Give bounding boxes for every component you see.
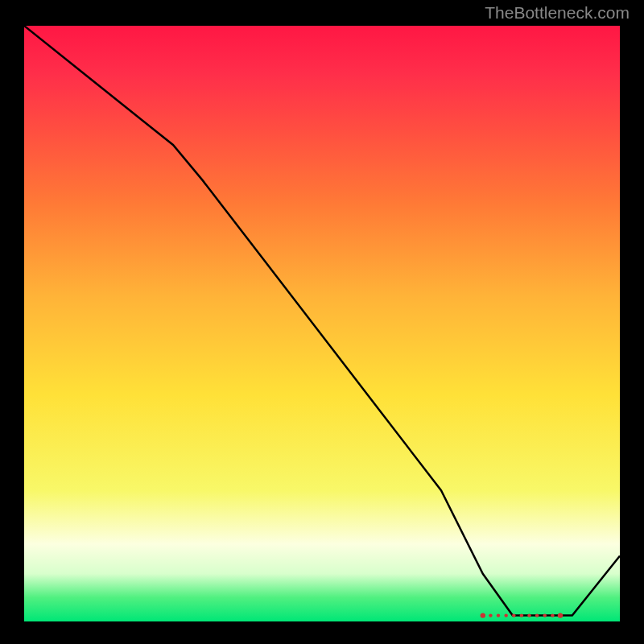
- marker-dot: [527, 613, 530, 617]
- optimal-markers: [481, 613, 564, 617]
- bottleneck-line: [24, 26, 620, 616]
- marker-dot: [558, 613, 563, 617]
- marker-dot: [551, 613, 554, 617]
- marker-dot: [512, 613, 515, 617]
- chart-line-svg: [24, 26, 620, 621]
- marker-dot: [543, 613, 547, 617]
- attribution-text: TheBottleneck.com: [485, 3, 630, 23]
- marker-dot: [489, 613, 492, 617]
- chart-plot-area: [24, 26, 620, 621]
- marker-dot: [481, 613, 485, 617]
- marker-dot: [520, 613, 523, 617]
- marker-dot: [505, 613, 508, 617]
- marker-dot: [497, 613, 500, 617]
- marker-dot: [535, 613, 539, 617]
